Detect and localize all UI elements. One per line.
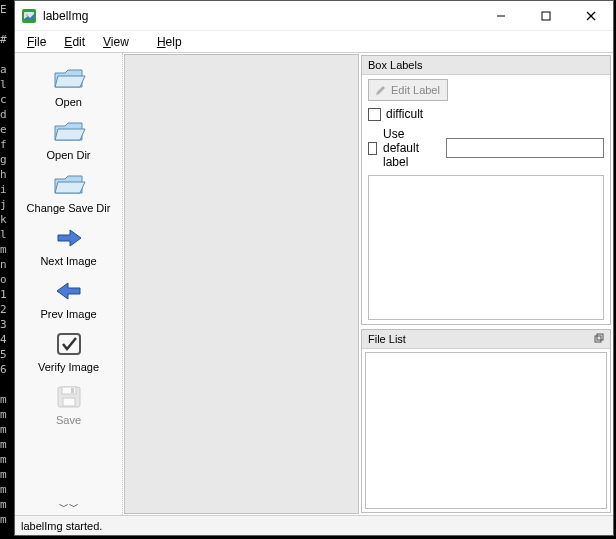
tool-open[interactable]: Open — [15, 61, 122, 110]
folder-dir-icon — [51, 117, 87, 147]
tool-label: Next Image — [40, 255, 96, 267]
status-bar: labelImg started. — [15, 515, 613, 535]
file-list-panel: File List — [361, 329, 611, 513]
arrow-left-icon — [51, 276, 87, 306]
box-labels-header: Box Labels — [362, 56, 610, 75]
tool-verify-image[interactable]: Verify Image — [15, 326, 122, 375]
svg-rect-12 — [595, 336, 601, 342]
svg-rect-11 — [71, 388, 74, 393]
right-column: Box Labels Edit Label difficult — [361, 53, 613, 515]
menu-help[interactable]: Help — [149, 33, 190, 51]
app-window: labelImg File Edit View Help — [14, 0, 614, 536]
panel-title: Box Labels — [368, 59, 422, 71]
save-floppy-icon — [51, 382, 87, 412]
difficult-checkbox[interactable] — [368, 108, 381, 121]
undock-icon[interactable] — [594, 333, 604, 345]
window-controls — [478, 1, 613, 30]
use-default-label-checkbox[interactable] — [368, 142, 377, 155]
tool-label: Verify Image — [38, 361, 99, 373]
window-title: labelImg — [43, 9, 88, 23]
svg-point-2 — [26, 13, 28, 15]
svg-rect-10 — [63, 398, 75, 406]
tool-label: Open Dir — [46, 149, 90, 161]
verify-check-icon — [51, 329, 87, 359]
tool-open-dir[interactable]: Open Dir — [15, 114, 122, 163]
toolbar-overflow-icon[interactable]: ﹀﹀ — [15, 503, 122, 511]
svg-rect-13 — [597, 334, 603, 340]
tool-label: Open — [55, 96, 82, 108]
edit-label-button[interactable]: Edit Label — [368, 79, 448, 101]
tool-prev-image[interactable]: Prev Image — [15, 273, 122, 322]
label-list[interactable] — [368, 175, 604, 320]
tool-save[interactable]: Save — [15, 379, 122, 428]
canvas-area[interactable] — [124, 54, 359, 514]
menu-bar: File Edit View Help — [15, 31, 613, 53]
folder-open-icon — [51, 64, 87, 94]
tool-change-save-dir[interactable]: Change Save Dir — [15, 167, 122, 216]
difficult-label: difficult — [386, 107, 423, 121]
status-message: labelImg started. — [21, 520, 102, 532]
left-toolbar: Open Open Dir Change S — [15, 53, 123, 515]
menu-file[interactable]: File — [19, 33, 54, 51]
app-icon — [21, 8, 37, 24]
menu-view[interactable]: View — [95, 33, 137, 51]
tool-label: Prev Image — [40, 308, 96, 320]
svg-rect-4 — [542, 12, 550, 20]
file-list-header: File List — [362, 330, 610, 349]
title-bar: labelImg — [15, 1, 613, 31]
arrow-right-icon — [51, 223, 87, 253]
tool-label: Change Save Dir — [27, 202, 111, 214]
maximize-button[interactable] — [523, 1, 568, 30]
menu-edit[interactable]: Edit — [56, 33, 93, 51]
tool-next-image[interactable]: Next Image — [15, 220, 122, 269]
folder-save-icon — [51, 170, 87, 200]
panel-title: File List — [368, 333, 406, 345]
default-label-input[interactable] — [446, 138, 604, 158]
use-default-label-text: Use default label — [383, 127, 440, 169]
svg-rect-7 — [58, 334, 80, 354]
edit-label-text: Edit Label — [391, 84, 440, 96]
close-button[interactable] — [568, 1, 613, 30]
file-list[interactable] — [365, 352, 607, 509]
minimize-button[interactable] — [478, 1, 523, 30]
background-terminal: E # alcdefg hijklmn o123456 mmmmm mmmm — [0, 0, 14, 539]
pencil-icon — [375, 84, 387, 96]
box-labels-panel: Box Labels Edit Label difficult — [361, 55, 611, 325]
tool-label: Save — [56, 414, 81, 426]
